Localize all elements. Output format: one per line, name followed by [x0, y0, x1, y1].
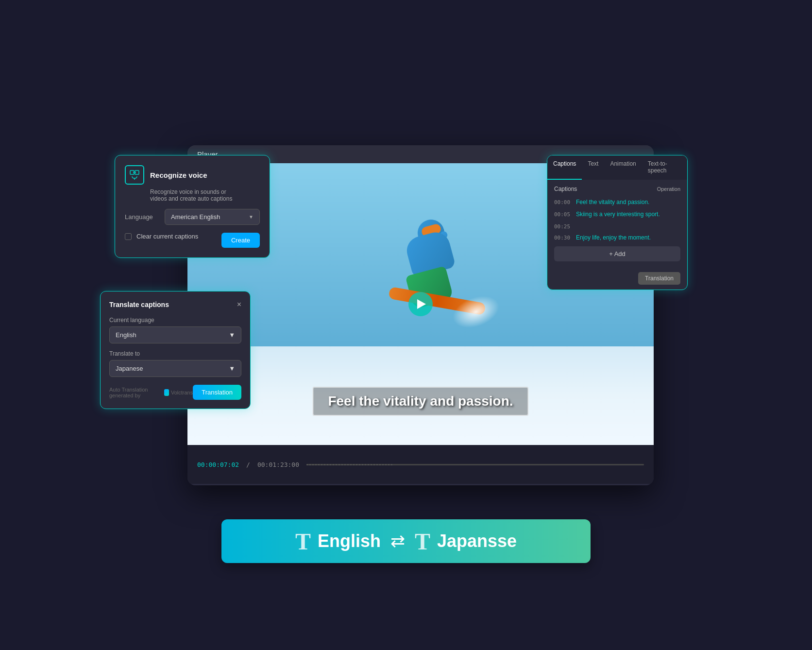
snow-spray	[448, 290, 504, 334]
current-lang-chevron: ▼	[229, 331, 235, 339]
caption-entry-1[interactable]: 00:05 Skiing is a very interesting sport…	[554, 210, 680, 219]
language-select[interactable]: American English ▼	[165, 209, 260, 225]
recognize-title-group: Recognize voice	[150, 171, 207, 179]
caption-text-0: Feel the vitality and passion.	[576, 198, 680, 206]
english-T-icon: T	[295, 528, 311, 555]
time-total: 00:01:23:00	[257, 461, 299, 468]
recognize-desc-1: Recognize voice in sounds or	[150, 188, 226, 195]
play-icon	[417, 299, 426, 309]
language-label: Language	[125, 213, 159, 221]
add-caption-button[interactable]: + Add	[554, 246, 680, 261]
tab-captions[interactable]: Captions	[547, 155, 582, 180]
language-row: Language American English ▼	[125, 209, 260, 225]
current-language-label: Current language	[109, 317, 241, 324]
translate-to-value: Japanese	[116, 365, 143, 372]
japanese-section: T Japansse	[415, 528, 517, 555]
caption-text-3: Enjoy life, enjoy the moment.	[576, 234, 680, 242]
captions-panel: Captions Text Animation Text-to-speech C…	[547, 155, 688, 290]
translate-captions-panel: Translate captions × Current language En…	[100, 291, 251, 409]
captions-row-header: Captions Operation	[554, 186, 680, 192]
timeline-track[interactable]	[306, 464, 644, 465]
player-container: Player	[139, 106, 673, 544]
create-button[interactable]: Create	[221, 233, 260, 248]
video-caption-text: Feel the vitality and passion.	[328, 393, 513, 409]
translation-button-container: Translation	[547, 267, 687, 290]
english-section: T English	[295, 528, 381, 555]
clear-captions-row: Clear current captions	[125, 233, 198, 240]
recognize-desc-2: videos and create auto captions	[150, 195, 232, 202]
caption-entry-0[interactable]: 00:00 Feel the vitality and passion.	[554, 198, 680, 206]
caption-entry-3[interactable]: 00:30 Enjoy life, enjoy the moment.	[554, 234, 680, 242]
tab-animation[interactable]: Animation	[604, 155, 642, 180]
translate-footer: Auto Translation generated by Volctrans …	[109, 385, 241, 400]
translate-to-label: Translate to	[109, 350, 241, 357]
attribution-text: Auto Translation generated by	[109, 387, 162, 398]
timeline-bar: 00:00:07:02 / 00:01:23:00	[187, 445, 654, 484]
translation-button[interactable]: Translation	[638, 272, 680, 285]
chevron-down-icon: ▼	[249, 214, 254, 220]
japanese-T-icon: T	[415, 528, 430, 555]
translate-to-chevron: ▼	[229, 365, 235, 372]
play-button[interactable]	[408, 292, 433, 316]
caption-entry-2[interactable]: 00:25	[554, 222, 680, 230]
tab-text[interactable]: Text	[582, 155, 604, 180]
current-language-group: Current language English ▼	[109, 317, 241, 343]
captions-body: Captions Operation 00:00 Feel the vitali…	[547, 180, 687, 267]
translate-title: Translate captions	[109, 301, 169, 308]
english-label: English	[318, 531, 381, 551]
language-select-value: American English	[171, 213, 220, 221]
operation-label: Operation	[657, 186, 680, 192]
current-language-select[interactable]: English ▼	[109, 326, 241, 343]
captions-label: Captions	[554, 186, 577, 192]
time-current: 00:00:07:02	[197, 461, 239, 468]
translate-to-group: Translate to Japanese ▼	[109, 350, 241, 377]
caption-time-3: 00:30	[554, 234, 571, 241]
tab-tts[interactable]: Text-to-speech	[642, 155, 687, 180]
recognize-voice-panel: Recognize voice Recognize voice in sound…	[115, 155, 270, 258]
volctrans-icon	[164, 389, 169, 396]
translate-header: Translate captions ×	[109, 300, 241, 309]
attribution-brand: Volctrans	[171, 390, 193, 395]
japanese-label: Japansse	[437, 531, 517, 551]
translation-arrow-icon: ⇄	[390, 531, 405, 551]
caption-overlay: Feel the vitality and passion.	[312, 387, 528, 416]
caption-time-2: 00:25	[554, 222, 571, 230]
recognize-header: Recognize voice	[125, 165, 260, 185]
caption-text-1: Skiing is a very interesting sport.	[576, 210, 680, 219]
time-separator: /	[246, 461, 250, 468]
caption-time-0: 00:00	[554, 198, 571, 205]
captions-tabs: Captions Text Animation Text-to-speech	[547, 155, 687, 180]
clear-captions-checkbox[interactable]	[125, 233, 132, 240]
snowboarder-figure	[374, 220, 520, 375]
clear-captions-label: Clear current captions	[136, 233, 198, 240]
add-caption-label: + Add	[609, 250, 626, 257]
close-translate-button[interactable]: ×	[237, 300, 241, 309]
volctrans-logo: Auto Translation generated by Volctrans	[109, 387, 193, 398]
caption-time-1: 00:05	[554, 210, 571, 218]
translate-to-select[interactable]: Japanese ▼	[109, 360, 241, 377]
recognize-subtitle: Recognize voice in sounds or videos and …	[150, 188, 260, 202]
current-language-value: English	[116, 331, 136, 339]
recognize-voice-title: Recognize voice	[150, 171, 207, 179]
recognize-voice-icon	[125, 165, 144, 185]
timeline-dots	[306, 464, 644, 465]
translation-go-button[interactable]: Translation	[193, 385, 241, 400]
translation-banner: T English ⇄ T Japansse	[221, 519, 591, 563]
